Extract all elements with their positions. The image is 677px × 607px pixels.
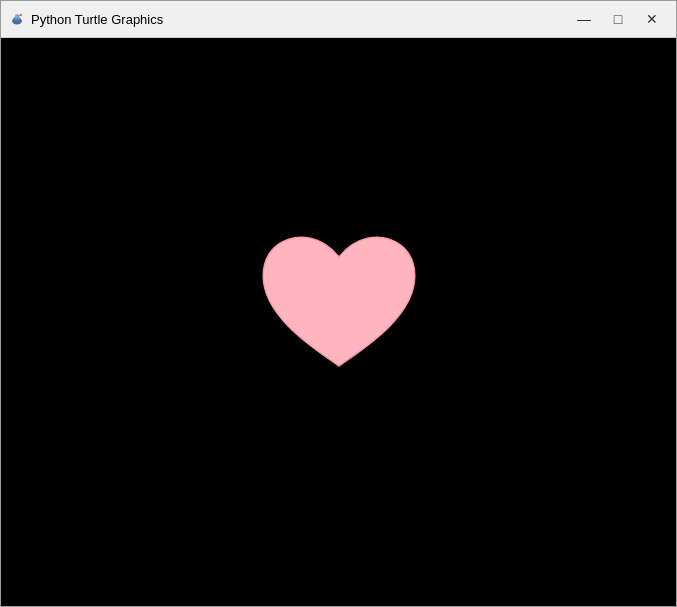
heart-shape (239, 205, 439, 385)
app-icon (9, 11, 25, 27)
titlebar-left: Python Turtle Graphics (9, 11, 163, 27)
heart-path (263, 237, 415, 366)
svg-point-4 (20, 14, 22, 16)
window-controls: — □ ✕ (568, 5, 668, 33)
window-title: Python Turtle Graphics (31, 12, 163, 27)
turtle-canvas (1, 38, 676, 606)
app-window: Python Turtle Graphics — □ ✕ (0, 0, 677, 607)
titlebar: Python Turtle Graphics — □ ✕ (1, 1, 676, 38)
heart-drawing (239, 205, 439, 385)
close-button[interactable]: ✕ (636, 5, 668, 33)
maximize-button[interactable]: □ (602, 5, 634, 33)
minimize-button[interactable]: — (568, 5, 600, 33)
